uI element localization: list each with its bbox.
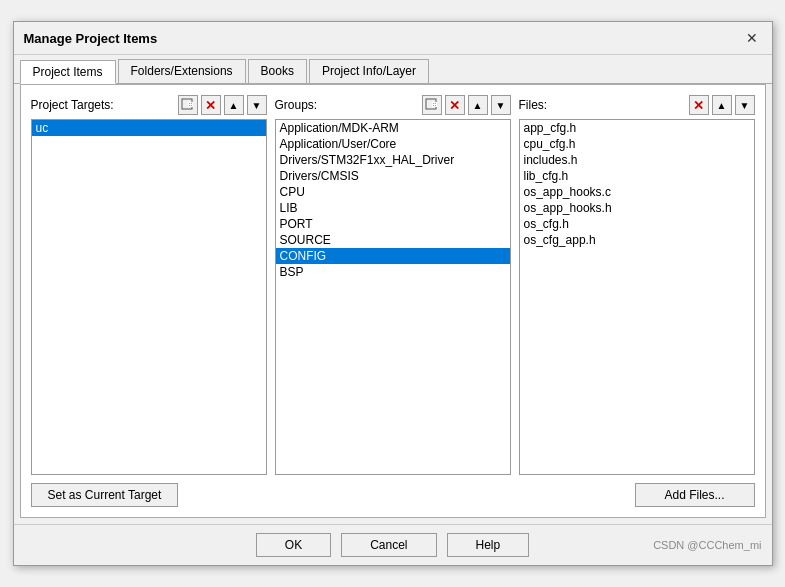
move-target-down-button[interactable]: ▼ (247, 95, 267, 115)
arrow-up-icon: ▲ (229, 100, 239, 111)
delete-group-button[interactable]: ✕ (445, 95, 465, 115)
tab-project-items[interactable]: Project Items (20, 60, 116, 84)
list-item[interactable]: os_cfg.h (520, 216, 754, 232)
title-bar: Manage Project Items ✕ (14, 22, 772, 55)
list-item[interactable]: Drivers/STM32F1xx_HAL_Driver (276, 152, 510, 168)
move-file-down-button[interactable]: ▼ (735, 95, 755, 115)
tab-books[interactable]: Books (248, 59, 307, 83)
set-as-current-target-button[interactable]: Set as Current Target (31, 483, 179, 507)
move-file-up-button[interactable]: ▲ (712, 95, 732, 115)
list-item[interactable]: SOURCE (276, 232, 510, 248)
list-item[interactable]: app_cfg.h (520, 120, 754, 136)
list-item[interactable]: os_app_hooks.c (520, 184, 754, 200)
groups-label: Groups: (275, 98, 419, 112)
bottom-row: Set as Current Target Add Files... (31, 483, 755, 507)
arrow-up-group-icon: ▲ (473, 100, 483, 111)
list-item[interactable]: CONFIG (276, 248, 510, 264)
files-label: Files: (519, 98, 686, 112)
list-item[interactable]: Application/User/Core (276, 136, 510, 152)
ok-button[interactable]: OK (256, 533, 331, 557)
delete-file-icon: ✕ (693, 98, 704, 113)
bottom-left: Set as Current Target (31, 483, 179, 507)
delete-file-button[interactable]: ✕ (689, 95, 709, 115)
help-button[interactable]: Help (447, 533, 530, 557)
new-group-icon (425, 98, 439, 112)
arrow-down-group-icon: ▼ (496, 100, 506, 111)
move-target-up-button[interactable]: ▲ (224, 95, 244, 115)
bottom-right: Add Files... (635, 483, 755, 507)
add-files-button[interactable]: Add Files... (635, 483, 755, 507)
columns-container: Project Targets: ✕ ▲ (31, 95, 755, 475)
move-group-up-button[interactable]: ▲ (468, 95, 488, 115)
list-item[interactable]: Application/MDK-ARM (276, 120, 510, 136)
list-item[interactable]: cpu_cfg.h (520, 136, 754, 152)
new-icon (181, 98, 195, 112)
arrow-down-file-icon: ▼ (740, 100, 750, 111)
files-column: Files: ✕ ▲ ▼ app_cfg.h cpu_cfg.h include… (519, 95, 755, 475)
tab-project-info-layer[interactable]: Project Info/Layer (309, 59, 429, 83)
dialog-footer: OK Cancel Help CSDN @CCChem_mi (14, 524, 772, 565)
project-targets-header: Project Targets: ✕ ▲ (31, 95, 267, 115)
watermark: CSDN @CCChem_mi (653, 539, 761, 551)
arrow-down-icon: ▼ (252, 100, 262, 111)
list-item[interactable]: includes.h (520, 152, 754, 168)
list-item[interactable]: PORT (276, 216, 510, 232)
files-list[interactable]: app_cfg.h cpu_cfg.h includes.h lib_cfg.h… (519, 119, 755, 475)
list-item[interactable]: BSP (276, 264, 510, 280)
delete-group-icon: ✕ (449, 98, 460, 113)
project-targets-list[interactable]: uc (31, 119, 267, 475)
arrow-up-file-icon: ▲ (717, 100, 727, 111)
manage-project-dialog: Manage Project Items ✕ Project Items Fol… (13, 21, 773, 566)
list-item[interactable]: os_cfg_app.h (520, 232, 754, 248)
groups-column: Groups: ✕ ▲ (275, 95, 511, 475)
files-header: Files: ✕ ▲ ▼ (519, 95, 755, 115)
tab-content: Project Targets: ✕ ▲ (20, 84, 766, 518)
move-group-down-button[interactable]: ▼ (491, 95, 511, 115)
new-group-button[interactable] (422, 95, 442, 115)
list-item[interactable]: uc (32, 120, 266, 136)
tab-folders-extensions[interactable]: Folders/Extensions (118, 59, 246, 83)
list-item[interactable]: LIB (276, 200, 510, 216)
delete-icon: ✕ (205, 98, 216, 113)
project-targets-label: Project Targets: (31, 98, 175, 112)
new-target-button[interactable] (178, 95, 198, 115)
list-item[interactable]: Drivers/CMSIS (276, 168, 510, 184)
close-button[interactable]: ✕ (742, 30, 762, 46)
dialog-title: Manage Project Items (24, 31, 158, 46)
list-item[interactable]: CPU (276, 184, 510, 200)
cancel-button[interactable]: Cancel (341, 533, 436, 557)
groups-list[interactable]: Application/MDK-ARM Application/User/Cor… (275, 119, 511, 475)
groups-header: Groups: ✕ ▲ (275, 95, 511, 115)
tab-bar: Project Items Folders/Extensions Books P… (14, 55, 772, 84)
list-item[interactable]: lib_cfg.h (520, 168, 754, 184)
list-item[interactable]: os_app_hooks.h (520, 200, 754, 216)
delete-target-button[interactable]: ✕ (201, 95, 221, 115)
project-targets-column: Project Targets: ✕ ▲ (31, 95, 267, 475)
